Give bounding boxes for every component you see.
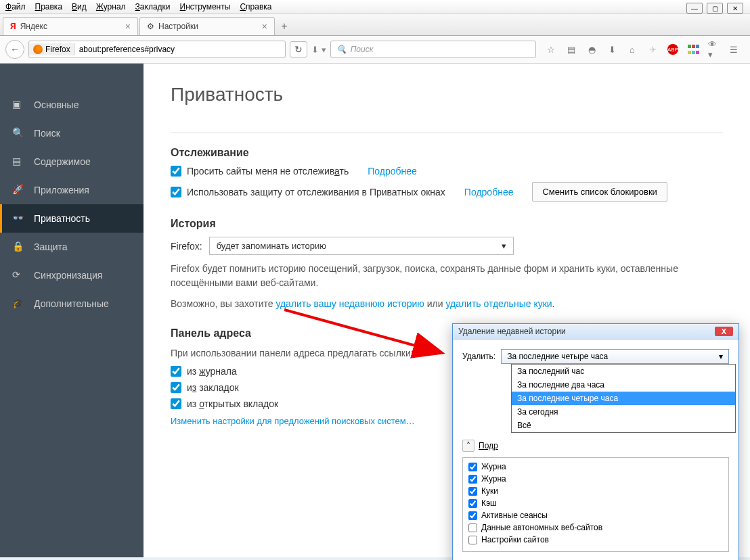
dialog-close-button[interactable]: X — [715, 327, 733, 336]
menu-history[interactable]: Журнал — [96, 2, 126, 11]
item-cookies[interactable] — [468, 487, 477, 496]
search-input[interactable]: 🔍 Поиск — [330, 41, 536, 58]
hat-icon: 🎓 — [12, 298, 24, 310]
clear-history-dialog: Удаление недавней истории X Удалить: За … — [452, 323, 739, 560]
lock-icon: 🔒 — [12, 241, 24, 253]
gear-icon: ⚙ — [147, 22, 154, 31]
grid-icon[interactable] — [688, 44, 699, 55]
send-icon[interactable]: ✈ — [647, 44, 658, 55]
doc-icon: ▤ — [12, 156, 24, 168]
search-suggestions-settings-link[interactable]: Изменить настройки для предложений поиск… — [171, 416, 415, 426]
sidebar-item-search[interactable]: 🔍Поиск — [0, 119, 144, 147]
remove-cookies-link[interactable]: удалить отдельные куки — [445, 298, 552, 309]
history-description: Firefox будет помнить историю посещений,… — [171, 262, 723, 290]
minimize-button[interactable]: — — [686, 3, 703, 14]
search-icon: 🔍 — [336, 45, 347, 54]
suggest-bookmarks-label: из закладок — [187, 382, 239, 393]
wot-icon[interactable]: 👁 ▾ — [708, 44, 719, 55]
sidebar-item-content[interactable]: ▤Содержимое — [0, 147, 144, 176]
dialog-title-text: Удаление недавней истории — [458, 327, 566, 336]
menu-help[interactable]: Справка — [240, 2, 271, 11]
search-icon: 🔍 — [12, 127, 24, 139]
menu-file[interactable]: Файл — [5, 2, 26, 11]
option-everything[interactable]: Всё — [512, 419, 735, 432]
sidebar-item-advanced[interactable]: 🎓Дополнительные — [0, 289, 144, 318]
menu-bar: Файл Правка Вид Журнал Закладки Инструме… — [0, 0, 750, 14]
menu-tools[interactable]: Инструменты — [180, 2, 231, 11]
identity-box[interactable]: Firefox — [29, 43, 75, 55]
tab-label: Настройки — [158, 22, 198, 31]
page-title: Приватность — [171, 84, 723, 106]
suggest-opentabs-label: из открытых вкладок — [187, 398, 278, 409]
close-icon[interactable]: × — [262, 21, 267, 32]
item-site-settings[interactable] — [468, 536, 477, 544]
sidebar-item-security[interactable]: 🔒Защита — [0, 233, 144, 261]
history-links-row: Возможно, вы захотите удалить вашу недав… — [171, 297, 723, 311]
toolbar-icons: ☆ ▤ ◓ ⬇ ⌂ ✈ ABP 👁 ▾ ☰ — [540, 44, 745, 55]
clear-history-link[interactable]: удалить вашу недавнюю историю — [275, 298, 424, 309]
chevron-down-icon: ▾ — [719, 352, 723, 361]
menu-view[interactable]: Вид — [72, 2, 87, 11]
hamburger-icon[interactable]: ☰ — [728, 44, 739, 55]
divider — [171, 133, 723, 133]
change-blocklist-button[interactable]: Сменить список блокировки — [532, 182, 667, 202]
item-download-history[interactable] — [468, 475, 477, 484]
pocket-icon[interactable]: ◓ — [586, 44, 597, 55]
details-toggle[interactable]: ˄ — [462, 440, 475, 452]
item-cache[interactable] — [468, 499, 477, 508]
sidebar-item-sync[interactable]: ⟳Синхронизация — [0, 261, 144, 289]
tab-yandex[interactable]: Я Яндекс × — [3, 17, 138, 35]
tracking-heading: Отслеживание — [171, 147, 723, 159]
option-two-hours[interactable]: За последние два часа — [512, 378, 735, 392]
option-today[interactable]: За сегодня — [512, 405, 735, 419]
item-active-sessions[interactable] — [468, 511, 477, 520]
maximize-button[interactable]: ▢ — [707, 3, 723, 14]
close-button[interactable]: ✕ — [727, 3, 743, 14]
suggest-opentabs-checkbox[interactable] — [171, 398, 181, 409]
learn-more-link[interactable]: Подробнее — [368, 166, 417, 177]
tracking-protection-label: Использовать защиту от отслеживания в Пр… — [187, 187, 445, 197]
delete-label: Удалить: — [462, 352, 495, 361]
tab-bar: Я Яндекс × ⚙ Настройки × + — [0, 14, 750, 36]
list-icon[interactable]: ▤ — [566, 44, 577, 55]
firefox-icon — [33, 45, 43, 54]
time-range-select[interactable]: За последние четыре часа ▾ — [501, 349, 729, 364]
reload-button[interactable]: ↻ — [290, 41, 307, 57]
preferences-sidebar: ▣Основные 🔍Поиск ▤Содержимое 🚀Приложения… — [0, 64, 144, 557]
history-mode-select[interactable]: будет запоминать историю ▾ — [209, 237, 514, 255]
menu-edit[interactable]: Правка — [35, 2, 63, 11]
url-input[interactable]: Firefox about:preferences#privacy — [28, 41, 286, 58]
rocket-icon: 🚀 — [12, 184, 24, 196]
tab-label: Яндекс — [20, 22, 47, 31]
home-icon[interactable]: ⌂ — [627, 44, 638, 55]
learn-more-link-2[interactable]: Подробнее — [464, 187, 514, 197]
option-last-hour[interactable]: За последний час — [512, 365, 735, 378]
sidebar-item-applications[interactable]: 🚀Приложения — [0, 176, 144, 204]
history-prefix: Firefox: — [171, 241, 202, 252]
tab-settings[interactable]: ⚙ Настройки × — [139, 17, 275, 35]
back-button[interactable]: ← — [5, 40, 24, 59]
abp-icon[interactable]: ABP — [667, 44, 678, 55]
download-icon[interactable]: ⬇ — [606, 44, 617, 55]
window-controls: — ▢ ✕ — [686, 3, 743, 14]
yandex-icon: Я — [10, 22, 16, 31]
item-browsing-history[interactable] — [468, 463, 477, 471]
history-heading: История — [171, 218, 723, 230]
suggest-history-checkbox[interactable] — [171, 366, 181, 377]
time-range-dropdown: За последний час За последние два часа З… — [511, 364, 736, 433]
star-icon[interactable]: ☆ — [546, 44, 556, 55]
chevron-down-icon: ▾ — [502, 241, 506, 251]
menu-bookmarks[interactable]: Закладки — [135, 2, 171, 11]
sync-icon: ⟳ — [12, 269, 24, 281]
do-not-track-checkbox[interactable] — [171, 166, 181, 177]
sidebar-item-privacy[interactable]: 👓Приватность — [0, 204, 144, 233]
tracking-protection-checkbox[interactable] — [171, 187, 181, 197]
close-icon[interactable]: × — [125, 21, 131, 32]
new-tab-button[interactable]: + — [276, 18, 292, 35]
item-offline-data[interactable] — [468, 523, 477, 532]
option-four-hours[interactable]: За последние четыре часа — [512, 392, 735, 405]
sidebar-item-general[interactable]: ▣Основные — [0, 91, 144, 119]
download-dropdown[interactable]: ⬇ ▾ — [311, 45, 326, 55]
details-label: Подр — [479, 441, 498, 450]
suggest-bookmarks-checkbox[interactable] — [171, 382, 181, 393]
